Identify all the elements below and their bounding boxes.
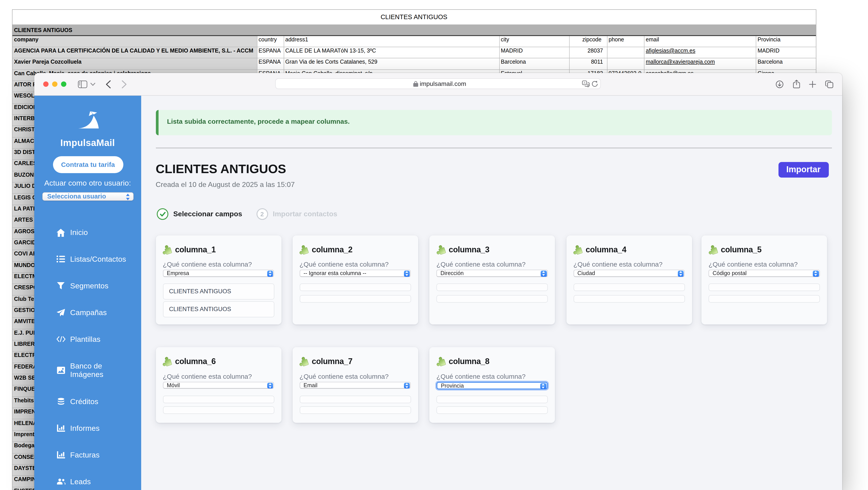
svg-text:A: A: [584, 81, 586, 84]
